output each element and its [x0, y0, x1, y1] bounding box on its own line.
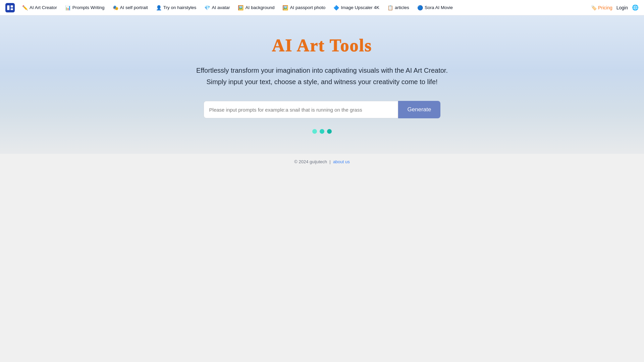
about-us-link[interactable]: about us — [333, 159, 350, 164]
svg-rect-3 — [11, 8, 13, 10]
hero-section: AI Art Tools Effortlessly transform your… — [0, 15, 644, 154]
pricing-link[interactable]: 🏷️ Pricing — [591, 5, 612, 10]
passport-icon: 🖼️ — [282, 5, 288, 10]
prompt-input[interactable] — [204, 101, 398, 118]
avatar-icon: 💎 — [204, 5, 210, 10]
nav-item-image-upscaler[interactable]: 🔷 Image Upscaler 4K — [330, 3, 383, 12]
logo[interactable] — [5, 3, 15, 12]
navbar: ✏️ AI Art Creator 📊 Prompts Writing 🎭 AI… — [0, 0, 644, 15]
portrait-icon: 🎭 — [113, 5, 118, 10]
nav-item-ai-passport-photo[interactable]: 🖼️ AI passport photo — [279, 3, 329, 12]
loading-dot-3 — [327, 129, 332, 134]
loading-dot-2 — [320, 129, 324, 134]
chart-icon: 📊 — [65, 5, 71, 10]
nav-item-ai-background[interactable]: 🖼️ AI background — [234, 3, 278, 12]
nav-item-ai-art-creator[interactable]: ✏️ AI Art Creator — [19, 3, 60, 12]
nav-item-ai-avatar[interactable]: 💎 AI avatar — [201, 3, 233, 12]
main-content: © 2024 guijutech | about us — [0, 154, 644, 355]
loading-dot-1 — [312, 129, 317, 134]
language-icon[interactable]: 🌐 — [632, 4, 639, 11]
nav-item-ai-self-portrait[interactable]: 🎭 AI self portrait — [109, 3, 151, 12]
hero-title: AI Art Tools — [7, 36, 637, 55]
nav-item-prompts-writing[interactable]: 📊 Prompts Writing — [62, 3, 108, 12]
articles-icon: 📋 — [387, 5, 393, 10]
svg-rect-2 — [11, 5, 13, 7]
hero-subtitle: Effortlessly transform your imagination … — [7, 65, 637, 87]
nav-item-try-on-hairstyles[interactable]: 👤 Try on hairstyles — [153, 3, 200, 12]
login-button[interactable]: Login — [616, 5, 628, 10]
sora-icon: 🔵 — [417, 5, 423, 10]
nav-item-sora-ai-movie[interactable]: 🔵 Sora AI Movie — [414, 3, 456, 12]
prompt-input-row: Generate — [7, 101, 637, 118]
person-icon: 👤 — [156, 5, 162, 10]
nav-item-articles[interactable]: 📋 articles — [384, 3, 413, 12]
loading-indicator — [7, 129, 637, 134]
pencil-icon: ✏️ — [22, 5, 28, 10]
svg-rect-1 — [7, 5, 9, 10]
generate-button[interactable]: Generate — [398, 101, 441, 118]
pricing-tag-icon: 🏷️ — [591, 5, 597, 10]
svg-rect-0 — [5, 3, 15, 12]
footer: © 2024 guijutech | about us — [0, 154, 644, 170]
background-icon: 🖼️ — [238, 5, 244, 10]
nav-right: 🏷️ Pricing Login 🌐 — [591, 4, 639, 11]
upscaler-icon: 🔷 — [333, 5, 339, 10]
